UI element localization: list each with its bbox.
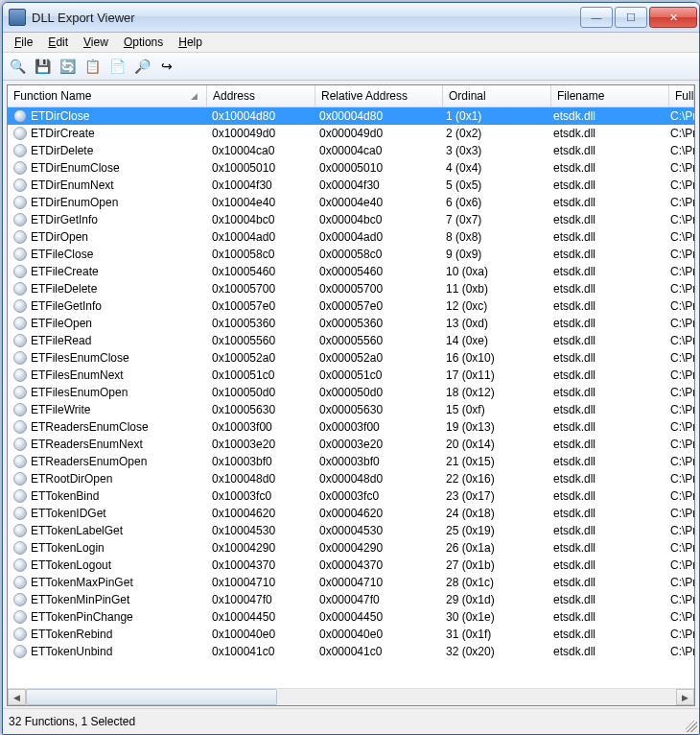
cell-relative-address: 0x000057e0	[314, 297, 440, 315]
function-icon	[13, 317, 27, 330]
minimize-button[interactable]: —	[580, 7, 613, 28]
cell-ordinal: 4 (0x4)	[440, 159, 548, 177]
table-row[interactable]: ETFileWrite0x100056300x0000563015 (0xf)e…	[8, 401, 694, 418]
cell-function-name: ETFileClose	[8, 246, 206, 263]
cell-relative-address: 0x000051c0	[314, 367, 440, 384]
col-full-path[interactable]: Full Path	[669, 85, 694, 107]
list-body[interactable]: ETDirClose0x10004d800x00004d801 (0x1)ets…	[8, 107, 694, 688]
table-row[interactable]: ETTokenLogout0x100043700x0000437027 (0x1…	[8, 557, 694, 574]
copy-button[interactable]: 📋	[82, 56, 103, 77]
cell-ordinal: 3 (0x3)	[440, 142, 548, 159]
cell-ordinal: 12 (0xc)	[440, 297, 548, 315]
cell-address: 0x10003fc0	[206, 487, 314, 505]
cell-address: 0x10003f00	[206, 418, 314, 436]
table-row[interactable]: ETDirDelete0x10004ca00x00004ca03 (0x3)et…	[8, 142, 694, 159]
table-row[interactable]: ETTokenRebind0x100040e00x000040e031 (0x1…	[8, 626, 694, 643]
refresh-button[interactable]: 🔄	[57, 56, 78, 77]
table-row[interactable]: ETTokenMinPinGet0x100047f00x000047f029 (…	[8, 591, 694, 608]
scroll-track[interactable]	[26, 689, 676, 705]
menu-file[interactable]: File	[7, 35, 40, 50]
cell-filename: etsdk.dll	[548, 263, 665, 280]
table-row[interactable]: ETTokenPinChange0x100044500x0000445030 (…	[8, 608, 694, 626]
table-row[interactable]: ETDirEnumClose0x100050100x000050104 (0x4…	[8, 159, 694, 177]
close-button[interactable]: ✕	[649, 7, 697, 28]
cell-filename: etsdk.dll	[548, 487, 665, 505]
table-row[interactable]: ETFileClose0x100058c00x000058c09 (0x9)et…	[8, 246, 694, 263]
table-row[interactable]: ETReadersEnumNext0x10003e200x00003e2020 …	[8, 436, 694, 453]
cell-address: 0x10004290	[206, 539, 314, 557]
col-address[interactable]: Address	[207, 85, 315, 107]
cell-ordinal: 14 (0xe)	[440, 332, 548, 349]
exit-button[interactable]: ↪	[156, 56, 177, 77]
col-function-name[interactable]: Function Name ◢	[8, 85, 207, 107]
function-icon	[13, 645, 27, 658]
cell-ordinal: 22 (0x16)	[440, 470, 548, 487]
cell-full-path: C:\Program Files	[665, 522, 694, 539]
cell-address: 0x10005360	[206, 315, 314, 332]
cell-relative-address: 0x00004e40	[314, 194, 440, 211]
table-row[interactable]: ETDirClose0x10004d800x00004d801 (0x1)ets…	[8, 107, 694, 125]
table-row[interactable]: ETFilesEnumOpen0x100050d00x000050d018 (0…	[8, 384, 694, 401]
col-filename[interactable]: Filename	[551, 85, 669, 107]
cell-address: 0x10003e20	[206, 436, 314, 453]
app-icon	[9, 9, 26, 26]
table-row[interactable]: ETDirGetInfo0x10004bc00x00004bc07 (0x7)e…	[8, 211, 694, 228]
cell-full-path: C:\Program Files	[665, 280, 694, 297]
cell-ordinal: 27 (0x1b)	[440, 557, 548, 574]
cell-function-name: ETTokenBind	[8, 487, 206, 505]
table-row[interactable]: ETReadersEnumOpen0x10003bf00x00003bf021 …	[8, 453, 694, 470]
table-row[interactable]: ETTokenBind0x10003fc00x00003fc023 (0x17)…	[8, 487, 694, 505]
cell-full-path: C:\Program Files	[665, 349, 694, 367]
cell-address: 0x10005560	[206, 332, 314, 349]
col-ordinal[interactable]: Ordinal	[443, 85, 551, 107]
menu-help[interactable]: Help	[171, 35, 210, 50]
cell-ordinal: 20 (0x14)	[440, 436, 548, 453]
menu-view[interactable]: View	[76, 35, 116, 50]
table-row[interactable]: ETFileDelete0x100057000x0000570011 (0xb)…	[8, 280, 694, 297]
cell-filename: etsdk.dll	[548, 539, 665, 557]
table-row[interactable]: ETDirCreate0x100049d00x000049d02 (0x2)et…	[8, 125, 694, 142]
cell-relative-address: 0x00004530	[314, 522, 440, 539]
cell-relative-address: 0x000058c0	[314, 246, 440, 263]
html-report-button[interactable]: 🔎	[131, 56, 152, 77]
cell-full-path: C:\Program Files	[665, 384, 694, 401]
cell-full-path: C:\Program Files	[665, 367, 694, 384]
table-row[interactable]: ETTokenIDGet0x100046200x0000462024 (0x18…	[8, 505, 694, 522]
maximize-button[interactable]: ☐	[615, 7, 647, 28]
table-row[interactable]: ETFileCreate0x100054600x0000546010 (0xa)…	[8, 263, 694, 280]
cell-function-name: ETFilesEnumOpen	[8, 384, 206, 401]
col-relative-address[interactable]: Relative Address	[315, 85, 443, 107]
table-row[interactable]: ETDirOpen0x10004ad00x00004ad08 (0x8)etsd…	[8, 228, 694, 246]
function-name-text: ETFileCreate	[31, 265, 99, 278]
menu-options[interactable]: Options	[116, 35, 171, 50]
col-function-name-label: Function Name	[13, 89, 91, 103]
table-row[interactable]: ETReadersEnumClose0x10003f000x00003f0019…	[8, 418, 694, 436]
menu-edit[interactable]: Edit	[40, 35, 76, 50]
table-row[interactable]: ETFilesEnumClose0x100052a00x000052a016 (…	[8, 349, 694, 367]
table-row[interactable]: ETTokenLogin0x100042900x0000429026 (0x1a…	[8, 539, 694, 557]
horizontal-scrollbar[interactable]: ◀ ▶	[8, 688, 694, 705]
cell-relative-address: 0x00003bf0	[314, 453, 440, 470]
table-row[interactable]: ETFilesEnumNext0x100051c00x000051c017 (0…	[8, 367, 694, 384]
cell-ordinal: 13 (0xd)	[440, 315, 548, 332]
table-row[interactable]: ETFileRead0x100055600x0000556014 (0xe)et…	[8, 332, 694, 349]
cell-full-path: C:\Program Files	[665, 487, 694, 505]
table-row[interactable]: ETFileGetInfo0x100057e00x000057e012 (0xc…	[8, 297, 694, 315]
table-row[interactable]: ETTokenMaxPinGet0x100047100x0000471028 (…	[8, 574, 694, 591]
table-row[interactable]: ETFileOpen0x100053600x0000536013 (0xd)et…	[8, 315, 694, 332]
table-row[interactable]: ETTokenUnbind0x100041c00x000041c032 (0x2…	[8, 643, 694, 660]
properties-button[interactable]: 📄	[106, 56, 128, 77]
scroll-thumb[interactable]	[26, 689, 277, 705]
table-row[interactable]: ETDirEnumNext0x10004f300x00004f305 (0x5)…	[8, 177, 694, 194]
table-row[interactable]: ETDirEnumOpen0x10004e400x00004e406 (0x6)…	[8, 194, 694, 211]
function-name-text: ETFileGetInfo	[31, 299, 102, 313]
scroll-right-button[interactable]: ▶	[676, 689, 694, 705]
scroll-left-button[interactable]: ◀	[8, 689, 26, 705]
function-name-text: ETDirClose	[31, 109, 89, 123]
function-list[interactable]: Function Name ◢ Address Relative Address…	[7, 84, 695, 706]
title-bar[interactable]: DLL Export Viewer — ☐ ✕	[3, 3, 699, 33]
save-button[interactable]: 💾	[32, 56, 53, 77]
find-button[interactable]: 🔍	[7, 56, 28, 77]
table-row[interactable]: ETTokenLabelGet0x100045300x0000453025 (0…	[8, 522, 694, 539]
table-row[interactable]: ETRootDirOpen0x100048d00x000048d022 (0x1…	[8, 470, 694, 487]
